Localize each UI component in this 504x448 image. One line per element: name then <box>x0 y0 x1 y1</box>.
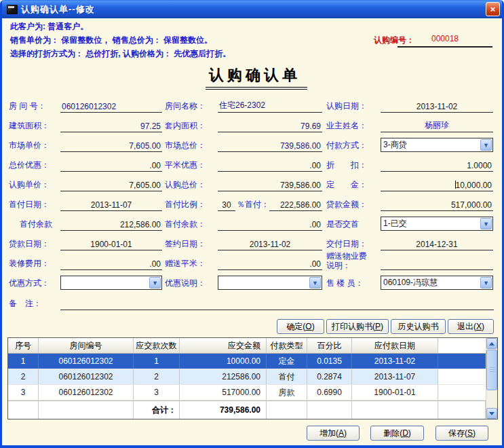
discount-method-select[interactable]: ▼ <box>60 276 162 290</box>
payment-method-select[interactable]: 3-商贷 ▼ <box>381 138 493 152</box>
field-remark: 备 注： <box>9 293 494 312</box>
field-room-name: 房间名称： 住宅26-2302 <box>165 95 322 115</box>
delete-button[interactable]: 删除(D) <box>370 426 424 441</box>
app-icon <box>7 5 18 14</box>
add-button[interactable]: 增加(A) <box>307 426 360 441</box>
field-sign-date: 签约日期： 2013-11-02 <box>165 233 322 253</box>
gift-sqm-label: 赠送平米： <box>165 258 218 270</box>
field-discount-method: 优惠方式： ▼ <box>9 272 162 292</box>
loan-date-label: 贷款日期： <box>9 238 60 250</box>
field-owner-name: 业主姓名： 杨丽珍 <box>326 115 493 134</box>
first-pay-ratio-input[interactable]: 30 <box>218 200 235 211</box>
table-header-cell: 应交款次数 <box>134 338 180 353</box>
close-button[interactable]: × <box>486 2 500 16</box>
payment-method-label: 付款方式： <box>326 140 381 152</box>
chevron-down-icon[interactable]: ▼ <box>480 277 492 288</box>
build-area-input[interactable]: 97.25 <box>60 122 162 132</box>
first-pay-date-input[interactable]: 2013-11-07 <box>60 200 162 211</box>
scroll-down-button[interactable] <box>486 408 497 419</box>
market-unit-price-label: 市场单价： <box>9 140 60 152</box>
room-no-input[interactable]: 060126012302 <box>60 102 162 113</box>
inner-area-label: 套内面积： <box>165 120 218 132</box>
decoration-fee-label: 装修费用： <box>9 258 60 270</box>
field-first-pay-date: 首付日期： 2013-11-07 <box>9 193 162 213</box>
field-is-first-paid: 是否交首 1-已交 ▼ <box>326 213 493 233</box>
exit-button[interactable]: 退出(X) <box>448 319 494 334</box>
gift-sqm-input[interactable]: .00 <box>218 259 322 270</box>
table-cell: 0.0135 <box>307 354 352 369</box>
table-row[interactable]: 20601260123022212586.00首付0.28742013-11-0… <box>8 369 486 385</box>
total-discount-input[interactable]: .00 <box>60 161 162 172</box>
table-total-row: 合计： 739,586.00 <box>8 400 486 419</box>
room-no-label: 房 间 号： <box>9 100 60 113</box>
table-row[interactable]: 1060126012302110000.00定金0.01352013-11-02 <box>8 354 486 369</box>
discount-note-select[interactable]: ▼ <box>218 276 322 290</box>
titlebar[interactable]: 认购确认单--修改 × <box>0 0 504 18</box>
table-header-cell: 付款类型 <box>267 338 307 353</box>
field-first-pay-balance2: 首付余款： .00 <box>165 213 322 233</box>
gift-property-note-input[interactable] <box>381 259 493 270</box>
deposit-value: 10,000.00 <box>456 181 492 190</box>
scroll-up-button[interactable] <box>486 338 497 349</box>
form-column-1: 房 间 号： 060126012302 建筑面积： 97.25 市场单价： 7,… <box>9 95 162 292</box>
is-first-paid-select[interactable]: 1-已交 ▼ <box>381 217 493 231</box>
table-cell: 060126012302 <box>39 369 134 384</box>
first-pay-amount-input[interactable]: 222,586.00 <box>269 200 322 211</box>
save-button[interactable]: 保存(S) <box>435 426 488 441</box>
table-header-cell <box>438 338 486 353</box>
table-row[interactable]: 30601260123023517000.00房款0.69901900-01-0… <box>8 385 486 400</box>
combo-value: 3-商贷 <box>381 139 480 151</box>
loan-amount-label: 贷款金额： <box>326 199 381 211</box>
market-total-price-input[interactable]: 739,586.00 <box>218 141 322 152</box>
field-sqm-discount: 平米优惠： .00 <box>165 154 322 174</box>
field-delivery-date: 交付日期： 2014-12-31 <box>326 233 493 253</box>
inner-area-input[interactable]: 79.69 <box>218 122 322 132</box>
chevron-down-icon[interactable]: ▼ <box>480 218 492 229</box>
total-discount-label: 总价优惠： <box>9 160 60 172</box>
scrollbar-thumb[interactable] <box>486 350 497 390</box>
loan-amount-input[interactable]: 517,000.00 <box>381 200 493 211</box>
owner-name-input[interactable]: 杨丽珍 <box>381 119 493 132</box>
field-salesperson: 售 楼 员： 060109-冯琼慧 ▼ <box>326 272 493 292</box>
field-market-total-price: 市场总价： 739,586.00 <box>165 134 322 154</box>
first-pay-balance2-input[interactable]: .00 <box>218 220 322 231</box>
first-pay-ratio-label: 首付比例： <box>165 199 218 211</box>
confirm-button[interactable]: 确定(O) <box>277 319 324 334</box>
confirm-total-price-label: 认购总价： <box>165 179 218 191</box>
delivery-date-input[interactable]: 2014-12-31 <box>381 240 493 250</box>
is-first-paid-label: 是否交首 <box>326 219 381 231</box>
chevron-down-icon[interactable]: ▼ <box>149 277 161 288</box>
confirm-unit-price-input[interactable]: 7,605.00 <box>60 181 162 191</box>
sign-date-input[interactable]: 2013-11-02 <box>218 240 322 250</box>
first-pay-balance-input[interactable]: 212,586.00 <box>60 220 162 231</box>
chevron-down-icon[interactable]: ▼ <box>480 139 492 151</box>
discount-input[interactable]: 1.0000 <box>381 161 493 172</box>
field-first-pay-balance: 首付余款 212,586.00 <box>9 213 162 233</box>
order-no-value: 000018 <box>398 34 492 43</box>
deposit-input[interactable]: 10,000.00 <box>381 181 493 191</box>
field-room-no: 房 间 号： 060126012302 <box>9 95 162 115</box>
chevron-down-icon[interactable]: ▼ <box>309 277 321 288</box>
field-market-unit-price: 市场单价： 7,605.00 <box>9 134 162 154</box>
field-discount: 折 扣： 1.0000 <box>326 154 493 174</box>
field-loan-amount: 贷款金额： 517,000.00 <box>326 193 493 213</box>
table-scrollbar[interactable] <box>486 338 497 419</box>
room-name-input[interactable]: 住宅26-2302 <box>218 100 322 113</box>
field-inner-area: 套内面积： 79.69 <box>165 115 322 134</box>
confirm-date-input[interactable]: 2013-11-02 <box>381 102 493 113</box>
sqm-discount-input[interactable]: .00 <box>218 161 322 172</box>
salesperson-select[interactable]: 060109-冯琼慧 ▼ <box>381 276 493 290</box>
first-pay-balance2-label: 首付余款： <box>165 219 218 231</box>
decoration-fee-input[interactable]: .00 <box>60 259 162 270</box>
history-button[interactable]: 历史认购书 <box>391 319 446 334</box>
table-cell: 3 <box>8 385 39 400</box>
loan-date-input[interactable]: 1900-01-01 <box>60 240 162 250</box>
window-title: 认购确认单--修改 <box>21 3 95 16</box>
field-payment-method: 付款方式： 3-商贷 ▼ <box>326 134 493 154</box>
field-loan-date: 贷款日期： 1900-01-01 <box>9 233 162 253</box>
market-unit-price-input[interactable]: 7,605.00 <box>60 141 162 152</box>
scrollbar-track[interactable] <box>486 391 497 408</box>
confirm-total-price-input[interactable]: 739,586.00 <box>218 181 322 191</box>
remark-input[interactable] <box>60 299 494 310</box>
print-confirmation-button[interactable]: 打印认购书(P) <box>326 319 389 334</box>
